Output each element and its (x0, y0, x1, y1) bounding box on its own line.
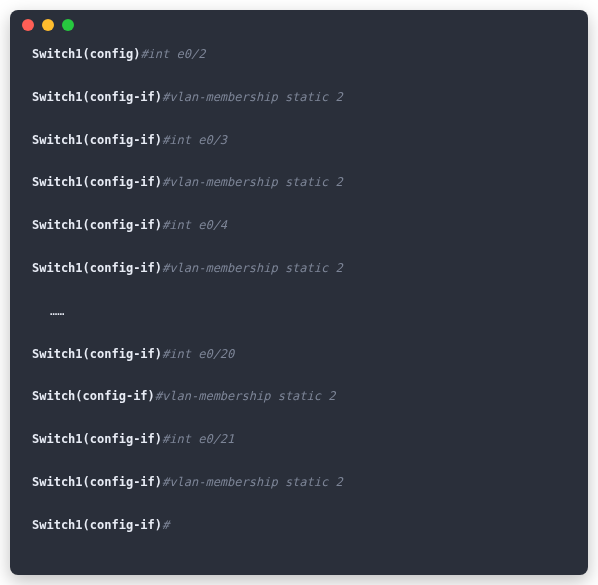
command-text: # (162, 518, 169, 532)
prompt-text: Switch1(config-if) (32, 347, 162, 361)
command-text: #vlan-membership static 2 (162, 90, 343, 104)
prompt-text: Switch1(config-if) (32, 475, 162, 489)
command-text: #int e0/21 (162, 432, 234, 446)
terminal-line: Switch1(config-if)#vlan-membership stati… (32, 260, 566, 277)
command-text: #int e0/20 (162, 347, 234, 361)
ellipsis-text: …… (32, 304, 64, 318)
terminal-line: Switch1(config-if)#vlan-membership stati… (32, 174, 566, 191)
command-text: #vlan-membership static 2 (162, 175, 343, 189)
terminal-line: Switch1(config-if)# (32, 517, 566, 534)
terminal-body: Switch1(config)#int e0/2 Switch1(config-… (10, 40, 588, 575)
terminal-line: Switch1(config-if)#int e0/20 (32, 346, 566, 363)
terminal-line: Switch1(config-if)#vlan-membership stati… (32, 474, 566, 491)
prompt-text: Switch1(config-if) (32, 133, 162, 147)
terminal-line: Switch1(config)#int e0/2 (32, 46, 566, 63)
prompt-text: Switch(config-if) (32, 389, 155, 403)
command-text: #int e0/4 (162, 218, 227, 232)
command-text: #vlan-membership static 2 (162, 475, 343, 489)
terminal-line: Switch1(config-if)#int e0/21 (32, 431, 566, 448)
terminal-window: Switch1(config)#int e0/2 Switch1(config-… (10, 10, 588, 575)
minimize-icon[interactable] (42, 19, 54, 31)
prompt-text: Switch1(config-if) (32, 518, 162, 532)
prompt-text: Switch1(config-if) (32, 432, 162, 446)
prompt-text: Switch1(config-if) (32, 90, 162, 104)
prompt-text: Switch1(config-if) (32, 218, 162, 232)
terminal-line: Switch1(config-if)#int e0/4 (32, 217, 566, 234)
command-text: #int e0/3 (162, 133, 227, 147)
command-text: #vlan-membership static 2 (162, 261, 343, 275)
prompt-text: Switch1(config-if) (32, 261, 162, 275)
terminal-line: Switch1(config-if)#vlan-membership stati… (32, 89, 566, 106)
prompt-text: Switch1(config) (32, 47, 140, 61)
title-bar (10, 10, 588, 40)
terminal-line: …… (32, 303, 566, 320)
terminal-line: Switch1(config-if)#int e0/3 (32, 132, 566, 149)
terminal-line: Switch(config-if)#vlan-membership static… (32, 388, 566, 405)
close-icon[interactable] (22, 19, 34, 31)
prompt-text: Switch1(config-if) (32, 175, 162, 189)
command-text: #vlan-membership static 2 (155, 389, 336, 403)
command-text: #int e0/2 (140, 47, 205, 61)
maximize-icon[interactable] (62, 19, 74, 31)
